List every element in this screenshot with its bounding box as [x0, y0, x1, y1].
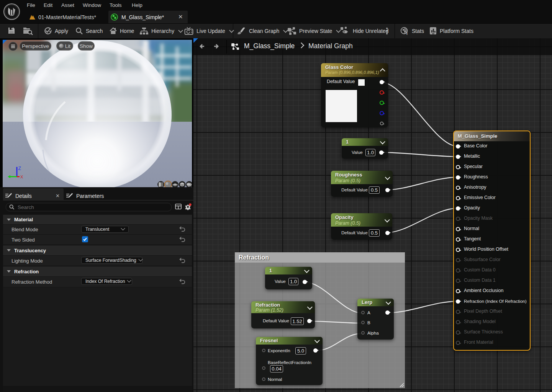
- svg-text:i: i: [406, 31, 408, 35]
- svg-text:Z: Z: [18, 166, 21, 171]
- svg-text:X: X: [20, 175, 23, 179]
